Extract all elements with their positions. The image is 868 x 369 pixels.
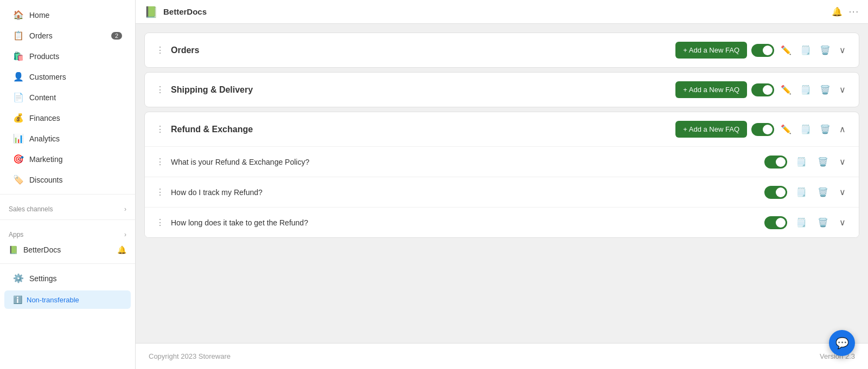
sidebar-item-content[interactable]: 📄 Content: [4, 87, 131, 107]
sidebar-item-orders[interactable]: 📋 Orders 2: [4, 25, 131, 46]
add-faq-btn-shipping[interactable]: + Add a New FAQ: [675, 81, 747, 98]
sidebar-item-label-orders: Orders: [29, 31, 53, 40]
faq-drag-handle-q1[interactable]: ⋮: [156, 157, 164, 167]
copy-btn-shipping[interactable]: 🗒️: [798, 82, 813, 97]
edit-btn-orders[interactable]: ✏️: [778, 43, 794, 57]
delete-btn-refund[interactable]: 🗑️: [818, 122, 833, 137]
marketing-icon: 🎯: [13, 154, 24, 164]
drag-handle-shipping[interactable]: ⋮: [156, 85, 164, 95]
sidebar-item-label-discounts: Discounts: [29, 176, 62, 184]
faq-section-header-orders: ⋮ Orders + Add a New FAQ ✏️ 🗒️ 🗑️ ∨: [145, 33, 859, 67]
sidebar: 🏠 Home 📋 Orders 2 🛍️ Products 👤 Customer…: [0, 0, 136, 369]
faq-toggle-q1[interactable]: [764, 156, 787, 169]
orders-badge: 2: [111, 32, 122, 40]
edit-btn-shipping[interactable]: ✏️: [778, 82, 794, 97]
add-faq-btn-refund[interactable]: + Add a New FAQ: [675, 121, 747, 138]
discounts-icon: 🏷️: [13, 174, 24, 185]
apps-arrow: ›: [124, 231, 126, 238]
copy-btn-orders[interactable]: 🗒️: [798, 43, 813, 57]
sidebar-divider-1: [0, 194, 135, 195]
faq-delete-btn-q1[interactable]: 🗑️: [815, 154, 831, 169]
orders-icon: 📋: [13, 30, 24, 41]
analytics-icon: 📊: [13, 133, 24, 144]
faq-item-q3: ⋮ How long does it take to get the Refun…: [145, 207, 859, 237]
settings-label: Settings: [29, 274, 57, 283]
section-title-refund: Refund & Exchange: [171, 125, 253, 134]
sidebar-item-products[interactable]: 🛍️ Products: [4, 46, 131, 66]
faq-copy-btn-q3[interactable]: 🗒️: [794, 215, 809, 230]
home-icon: 🏠: [13, 10, 24, 20]
topbar: 📗 BetterDocs 🔔 ···: [136, 0, 868, 24]
betterdocs-nav-item[interactable]: 📗 BetterDocs 🔔: [0, 241, 135, 259]
copy-btn-refund[interactable]: 🗒️: [798, 122, 813, 137]
toggle-orders[interactable]: [751, 44, 774, 57]
apps-section[interactable]: Apps ›: [0, 224, 135, 241]
faq-section-refund: ⋮ Refund & Exchange + Add a New FAQ ✏️ 🗒…: [144, 112, 859, 238]
sidebar-item-customers[interactable]: 👤 Customers: [4, 67, 131, 87]
faq-toggle-q2[interactable]: [764, 186, 787, 199]
chat-icon: 💬: [835, 336, 849, 349]
section-title-orders: Orders: [171, 46, 199, 55]
non-transferable-label: Non-transferable: [27, 296, 79, 304]
collapse-btn-shipping[interactable]: ∨: [837, 82, 848, 97]
copyright-text: Copyright 2023 Storeware: [149, 352, 231, 360]
faq-copy-btn-q2[interactable]: 🗒️: [794, 185, 809, 199]
faq-question-q3: How long does it take to get the Refund?: [171, 218, 758, 227]
non-transferable-item[interactable]: ℹ️ Non-transferable: [4, 290, 131, 309]
sales-channels-section[interactable]: Sales channels ›: [0, 199, 135, 215]
delete-btn-shipping[interactable]: 🗑️: [818, 82, 833, 97]
sidebar-item-label-home: Home: [29, 11, 49, 20]
faq-section-orders: ⋮ Orders + Add a New FAQ ✏️ 🗒️ 🗑️ ∨: [144, 33, 859, 68]
faq-drag-handle-q3[interactable]: ⋮: [156, 217, 164, 228]
sidebar-item-marketing[interactable]: 🎯 Marketing: [4, 149, 131, 169]
footer: Copyright 2023 Storeware Version 2.3: [136, 343, 868, 369]
faq-expand-btn-q2[interactable]: ∨: [837, 185, 848, 199]
apps-label: Apps: [9, 231, 23, 238]
sidebar-item-label-marketing: Marketing: [29, 155, 62, 164]
notification-bell-icon[interactable]: 🔔: [832, 7, 843, 17]
settings-icon: ⚙️: [13, 273, 24, 283]
faq-delete-btn-q2[interactable]: 🗑️: [815, 185, 831, 199]
betterdocs-bell-icon[interactable]: 🔔: [117, 245, 126, 254]
sidebar-item-label-analytics: Analytics: [29, 134, 60, 143]
faq-section-header-refund: ⋮ Refund & Exchange + Add a New FAQ ✏️ 🗒…: [145, 112, 859, 146]
sales-channels-arrow: ›: [124, 205, 126, 213]
faq-expand-btn-q3[interactable]: ∨: [837, 215, 848, 230]
collapse-btn-refund[interactable]: ∧: [837, 122, 848, 137]
finances-icon: 💰: [13, 113, 24, 123]
drag-handle-refund[interactable]: ⋮: [156, 124, 164, 134]
sidebar-item-label-customers: Customers: [29, 73, 66, 81]
betterdocs-label: BetterDocs: [23, 245, 61, 254]
section-actions-refund: + Add a New FAQ ✏️ 🗒️ 🗑️ ∧: [675, 121, 848, 138]
faq-copy-btn-q1[interactable]: 🗒️: [794, 154, 809, 169]
faq-content-area: ⋮ Orders + Add a New FAQ ✏️ 🗒️ 🗑️ ∨ ⋮ Sh…: [136, 24, 868, 343]
toggle-refund[interactable]: [751, 123, 774, 136]
faq-expand-btn-q1[interactable]: ∨: [837, 154, 848, 169]
faq-section-header-shipping: ⋮ Shipping & Delivery + Add a New FAQ ✏️…: [145, 73, 859, 107]
faq-delete-btn-q3[interactable]: 🗑️: [815, 215, 831, 230]
topbar-right: 🔔 ···: [832, 7, 859, 17]
settings-nav-item[interactable]: ⚙️ Settings: [4, 268, 131, 288]
content-icon: 📄: [13, 92, 24, 102]
betterdocs-icon: 📗: [9, 245, 18, 254]
sidebar-item-analytics[interactable]: 📊 Analytics: [4, 128, 131, 148]
sidebar-item-label-content: Content: [29, 93, 56, 102]
sales-channels-label: Sales channels: [9, 205, 53, 213]
sidebar-item-finances[interactable]: 💰 Finances: [4, 108, 131, 128]
faq-question-q2: How do I track my Refund?: [171, 188, 758, 197]
more-options-icon[interactable]: ···: [849, 7, 859, 17]
drag-handle-orders[interactable]: ⋮: [156, 45, 164, 55]
add-faq-btn-orders[interactable]: + Add a New FAQ: [675, 42, 747, 59]
collapse-btn-orders[interactable]: ∨: [837, 43, 848, 57]
chat-bubble-button[interactable]: 💬: [829, 330, 855, 356]
faq-drag-handle-q2[interactable]: ⋮: [156, 187, 164, 197]
main-content: 📗 BetterDocs 🔔 ··· ⋮ Orders + Add a New …: [136, 0, 868, 369]
delete-btn-orders[interactable]: 🗑️: [818, 43, 833, 57]
edit-btn-refund[interactable]: ✏️: [778, 122, 794, 137]
sidebar-item-discounts[interactable]: 🏷️ Discounts: [4, 170, 131, 190]
sidebar-item-label-finances: Finances: [29, 114, 60, 122]
faq-toggle-q3[interactable]: [764, 216, 787, 229]
sidebar-item-label-products: Products: [29, 52, 59, 61]
sidebar-item-home[interactable]: 🏠 Home: [4, 5, 131, 25]
toggle-shipping[interactable]: [751, 83, 774, 96]
